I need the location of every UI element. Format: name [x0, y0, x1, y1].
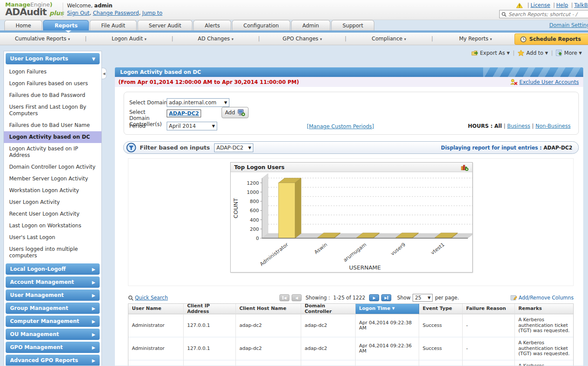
sidebar-item-member-server-logon-activity[interactable]: Member Server Logon Activity: [4, 173, 101, 185]
report-actions-toolbar: Export As▼ | Add to▼ | More▼: [471, 50, 582, 56]
export-as-button[interactable]: Export As▼: [471, 50, 510, 56]
col-remarks[interactable]: Remarks: [515, 304, 573, 314]
add-remove-columns-link[interactable]: Add/Remove Columns: [519, 295, 574, 301]
chevron-right-icon: ▶: [92, 332, 95, 337]
tab-alerts[interactable]: Alerts: [193, 20, 231, 30]
sidebar-item-failures-due-to-bad-user-name[interactable]: Failures due to Bad User Name: [4, 120, 101, 131]
talkback-link[interactable]: TalkBack: [574, 2, 588, 8]
svg-text:Administrator: Administrator: [259, 241, 289, 267]
chart-options-icon[interactable]: [461, 164, 469, 171]
sidebar-item-domain-controller-logon-activity[interactable]: Domain Controller Logon Activity: [4, 161, 101, 173]
sidebar-item-users-logged-into-multiple-computers[interactable]: Users logged into multiple computers: [4, 243, 101, 262]
select-domain-label: Select Domain: [129, 100, 167, 106]
sidebar-section-user-management[interactable]: User Management▶: [6, 289, 100, 301]
subnav-item-my-reports[interactable]: My Reports ▾: [433, 36, 518, 42]
svg-text:1200: 1200: [247, 180, 259, 186]
domain-select[interactable]: adap.internal.com▼: [167, 98, 229, 107]
sidebar-collapse-handle[interactable]: ◀: [102, 68, 107, 79]
col-user-name[interactable]: User Name: [128, 304, 184, 314]
svg-text:800: 800: [250, 199, 259, 204]
bar-chart: 020040060080010001200AdministratorAswina…: [231, 172, 472, 272]
tab-reports[interactable]: Reports: [43, 20, 89, 30]
schedule-reports-button[interactable]: Schedule Reports: [514, 33, 588, 45]
col-event-type[interactable]: Event Type: [419, 304, 463, 314]
warning-icon[interactable]: !: [516, 3, 523, 8]
sidebar-section-advanced-gpo-reports[interactable]: Advanced GPO Reports▶: [6, 355, 100, 366]
sign-out-link[interactable]: Sign Out: [67, 10, 90, 16]
manage-custom-periods-link[interactable]: [Manage Custom Periods]: [307, 123, 374, 130]
tab-configuration[interactable]: Configuration: [232, 20, 290, 30]
table-row[interactable]: Administrator127.0.0.1adap-dc2adap-dc2Ap…: [128, 314, 573, 337]
search-input[interactable]: Search Reports; shortcut - /: [499, 10, 588, 18]
showing-range: 1-25 of 1222: [333, 295, 366, 301]
sidebar-section-account-management[interactable]: Account Management▶: [6, 276, 100, 288]
filter-input-select[interactable]: ADAP-DC2▼: [214, 143, 253, 152]
first-page-button[interactable]: ◀: [279, 294, 289, 301]
svg-text:!: !: [519, 4, 521, 8]
content-area: User Logon Reports ▼ Logon FailuresLogon…: [0, 45, 588, 366]
sidebar-section-computer-management[interactable]: Computer Management▶: [6, 316, 100, 327]
next-page-button[interactable]: ▶: [369, 294, 379, 301]
domain-settings-link[interactable]: Domain Settings: [549, 22, 588, 28]
tab-file-audit[interactable]: File Audit: [90, 20, 136, 30]
selected-dc-link[interactable]: ADAP-DC2: [167, 110, 201, 117]
sidebar-item-user-logon-activity[interactable]: User Logon Activity: [4, 196, 101, 208]
sidebar-item-logon-activity-based-on-dc[interactable]: Logon Activity based on DC: [4, 131, 101, 143]
table-toolbar: Quick Search ◀ ◀ Showing : 1-25 of 1222 …: [128, 292, 574, 303]
exclude-user-accounts-link[interactable]: Exclude User Accounts: [519, 79, 579, 85]
more-button[interactable]: More▼: [556, 50, 582, 56]
chart-title: Top Logon Users: [234, 164, 285, 170]
tab-home[interactable]: Home: [4, 20, 42, 30]
caret-down-icon: ▾: [232, 37, 234, 41]
license-link[interactable]: License: [531, 2, 550, 8]
sidebar-section-gpo-management[interactable]: GPO Management▶: [6, 342, 100, 353]
subnav-item-cumulative-reports[interactable]: Cumulative Reports ▾: [0, 36, 85, 42]
period-select[interactable]: April 2014▼: [167, 122, 217, 130]
sidebar-item-logon-failures[interactable]: Logon Failures: [4, 66, 101, 78]
sidebar-item-logon-activity-based-on-ip-address[interactable]: Logon Activity based on IP Address: [4, 143, 101, 161]
sidebar-item-recent-user-logon-activity[interactable]: Recent User Logon Activity: [4, 208, 101, 220]
table-row[interactable]: Administrator127.0.0.1adap-dc2adap-dc2Ap…: [128, 337, 573, 360]
tab-server-audit[interactable]: Server Audit: [138, 20, 193, 30]
hours-non-business-link[interactable]: Non-Business: [535, 123, 571, 129]
sidebar-section-ou-management[interactable]: OU Management▶: [6, 329, 100, 340]
subnav-item-compliance[interactable]: Compliance ▾: [346, 36, 431, 42]
subnav-item-logon-audit[interactable]: Logon Audit ▾: [87, 36, 171, 42]
subnav-item-ad-changes[interactable]: AD Changes ▾: [173, 36, 258, 42]
displaying-report-text: Displaying report for input entries : AD…: [441, 145, 572, 151]
hours-all[interactable]: All: [494, 123, 502, 129]
tab-support[interactable]: Support: [331, 20, 374, 30]
sidebar-item-logon-failures-based-on-users[interactable]: Logon Failures based on users: [4, 78, 101, 90]
chevron-right-icon: ▶: [92, 293, 95, 298]
col-domain-controller[interactable]: Domain Controller: [301, 304, 356, 314]
sidebar-item-failures-due-to-bad-password[interactable]: Failures due to Bad Password: [4, 90, 101, 101]
sidebar-item-user-s-last-logon[interactable]: User's Last Logon: [4, 232, 101, 243]
previous-page-button[interactable]: ◀: [292, 294, 302, 301]
sidebar-section-local-logon-logoff[interactable]: Local Logon-Logoff▶: [6, 263, 100, 275]
add-to-button[interactable]: Add to▼: [517, 50, 548, 56]
jump-to-link[interactable]: Jump to: [142, 10, 162, 16]
svg-text:vuser9: vuser9: [390, 241, 407, 256]
sidebar-item-last-logon-on-workstations[interactable]: Last Logon on Workstations: [4, 220, 101, 232]
exclude-user-icon: [510, 79, 518, 85]
filter-label: Filter based on inputs: [140, 144, 210, 151]
add-dc-button[interactable]: Add: [222, 107, 249, 118]
sidebar-section-user-logon-reports[interactable]: User Logon Reports ▼: [6, 53, 100, 64]
help-link[interactable]: Help: [556, 2, 568, 8]
hours-business-link[interactable]: Business: [507, 123, 530, 129]
sidebar-item-workstation-logon-activity[interactable]: Workstation Logon Activity: [4, 185, 101, 196]
col-logon-time-sorted[interactable]: Logon Time▼: [356, 304, 419, 314]
col-client-host[interactable]: Client Host Name: [236, 304, 301, 314]
sidebar-section-group-management[interactable]: Group Management▶: [6, 303, 100, 314]
col-client-ip[interactable]: Client IP Address: [184, 304, 236, 314]
subnav-item-gpo-changes[interactable]: GPO Changes ▾: [260, 36, 345, 42]
col-failure-reason[interactable]: Failure Reason: [463, 304, 515, 314]
filter-bar: Filter based on inputs ADAP-DC2▼ Display…: [123, 141, 579, 154]
tab-admin[interactable]: Admin: [291, 20, 330, 30]
last-page-button[interactable]: ▶: [381, 294, 391, 301]
sidebar-item-users-first-and-last-logon-by-computers[interactable]: Users First and Last Logon By Computers: [4, 101, 101, 120]
change-password-link[interactable]: Change Password: [93, 10, 139, 16]
table-row[interactable]: A Kerberos authentication ticket (TGT) w…: [128, 360, 573, 366]
page-size-select[interactable]: 25▼: [413, 294, 433, 302]
quick-search-link[interactable]: Quick Search: [135, 295, 168, 301]
